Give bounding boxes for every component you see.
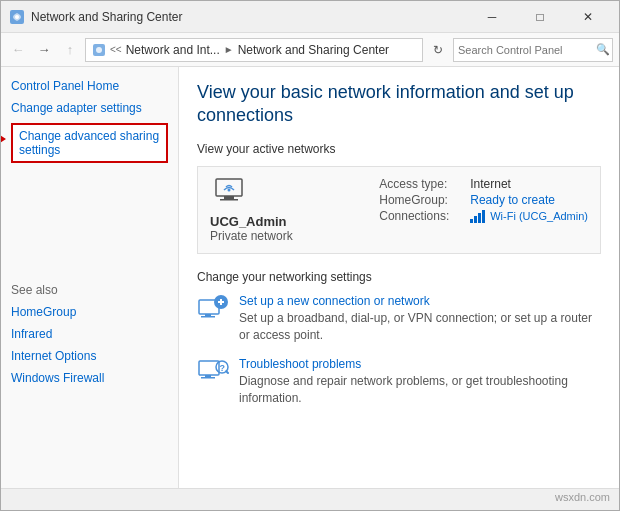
internet-options-link[interactable]: Internet Options xyxy=(11,349,168,363)
search-input[interactable] xyxy=(458,44,596,56)
network-name-section: UCG_Admin Private network xyxy=(210,177,363,243)
windows-firewall-link[interactable]: Windows Firewall xyxy=(11,371,168,385)
option-icon-2: ? xyxy=(197,357,229,389)
access-type-label: Access type: xyxy=(379,177,464,191)
svg-text:?: ? xyxy=(220,363,226,373)
network-details: Access type: Internet HomeGroup: Ready t… xyxy=(379,177,588,223)
window-title: Network and Sharing Center xyxy=(31,10,469,24)
troubleshoot-icon: ? xyxy=(197,357,229,389)
content-area: View your basic network information and … xyxy=(179,67,619,488)
see-also-section: See also HomeGroup Infrared Internet Opt… xyxy=(11,283,168,385)
svg-point-8 xyxy=(228,188,231,191)
infrared-link[interactable]: Infrared xyxy=(11,327,168,341)
active-networks-label: View your active networks xyxy=(197,142,601,156)
svg-rect-17 xyxy=(201,377,215,379)
svg-rect-7 xyxy=(220,199,238,201)
window-icon xyxy=(9,9,25,25)
watermark: wsxdn.com xyxy=(555,491,610,503)
change-advanced-link[interactable]: Change advanced sharing settings xyxy=(19,129,159,157)
svg-point-1 xyxy=(15,15,19,19)
access-type-row: Access type: Internet xyxy=(379,177,588,191)
window-controls: ─ □ ✕ xyxy=(469,7,611,27)
networking-option-2: ? Troubleshoot problems Diagnose and rep… xyxy=(197,357,601,407)
close-button[interactable]: ✕ xyxy=(565,7,611,27)
status-bar xyxy=(1,488,619,510)
change-adapter-link[interactable]: Change adapter settings xyxy=(11,101,168,115)
wifi-link[interactable]: Wi-Fi (UCG_Admin) xyxy=(490,210,588,222)
network-icon-area xyxy=(210,177,363,208)
search-icon[interactable]: 🔍 xyxy=(596,41,610,59)
homegroup-link[interactable]: HomeGroup xyxy=(11,305,168,319)
forward-button[interactable]: → xyxy=(33,39,55,61)
option-icon-1 xyxy=(197,294,229,326)
title-bar: Network and Sharing Center ─ □ ✕ xyxy=(1,1,619,33)
maximize-button[interactable]: □ xyxy=(517,7,563,27)
refresh-button[interactable]: ↻ xyxy=(427,39,449,61)
red-arrow-icon xyxy=(1,125,6,153)
network-info-box: UCG_Admin Private network Access type: I… xyxy=(197,166,601,254)
change-advanced-box: Change advanced sharing settings xyxy=(11,123,168,163)
networking-option-1: Set up a new connection or network Set u… xyxy=(197,294,601,344)
option-desc-1: Set up a broadband, dial-up, or VPN conn… xyxy=(239,310,601,344)
minimize-button[interactable]: ─ xyxy=(469,7,515,27)
wifi-bars xyxy=(470,209,485,223)
new-connection-icon xyxy=(197,294,229,326)
address-path: << Network and Int... ► Network and Shar… xyxy=(85,38,423,62)
back-button[interactable]: ← xyxy=(7,39,29,61)
option-content-1: Set up a new connection or network Set u… xyxy=(239,294,601,344)
option-desc-2: Diagnose and repair network problems, or… xyxy=(239,373,601,407)
address-bar: ← → ↑ << Network and Int... ► Network an… xyxy=(1,33,619,67)
search-box: 🔍 xyxy=(453,38,613,62)
network-icon xyxy=(210,177,248,205)
change-networking-label: Change your networking settings xyxy=(197,270,601,284)
homegroup-label: HomeGroup: xyxy=(379,193,464,207)
svg-marker-4 xyxy=(1,127,6,151)
svg-line-19 xyxy=(226,372,228,374)
homegroup-row: HomeGroup: Ready to create xyxy=(379,193,588,207)
see-also-label: See also xyxy=(11,283,168,297)
access-type-value: Internet xyxy=(470,177,511,191)
svg-rect-16 xyxy=(205,375,211,377)
svg-rect-6 xyxy=(224,196,234,199)
connections-row: Connections: Wi-Fi (UCG_Admin) xyxy=(379,209,588,223)
option-title-2[interactable]: Troubleshoot problems xyxy=(239,357,361,371)
svg-point-3 xyxy=(96,47,102,53)
network-path-icon xyxy=(92,43,106,57)
svg-rect-14 xyxy=(201,316,215,318)
sidebar: Control Panel Home Change adapter settin… xyxy=(1,67,179,488)
option-content-2: Troubleshoot problems Diagnose and repai… xyxy=(239,357,601,407)
page-title: View your basic network information and … xyxy=(197,81,601,128)
option-title-1[interactable]: Set up a new connection or network xyxy=(239,294,430,308)
network-name: UCG_Admin xyxy=(210,214,363,229)
main-window: Network and Sharing Center ─ □ ✕ ← → ↑ <… xyxy=(0,0,620,511)
wifi-icon-inline: Wi-Fi (UCG_Admin) xyxy=(470,209,588,223)
connections-label: Connections: xyxy=(379,209,464,223)
up-button[interactable]: ↑ xyxy=(59,39,81,61)
red-arrow-annotation xyxy=(1,125,6,156)
path-part-1: Network and Int... xyxy=(126,43,220,57)
highlighted-link-container: Change advanced sharing settings xyxy=(11,123,168,163)
control-panel-home-link[interactable]: Control Panel Home xyxy=(11,79,168,93)
svg-rect-13 xyxy=(205,314,211,316)
main-layout: Control Panel Home Change adapter settin… xyxy=(1,67,619,488)
network-type: Private network xyxy=(210,229,363,243)
path-part-2: Network and Sharing Center xyxy=(238,43,389,57)
connections-value: Wi-Fi (UCG_Admin) xyxy=(470,209,588,223)
homegroup-value[interactable]: Ready to create xyxy=(470,193,555,207)
